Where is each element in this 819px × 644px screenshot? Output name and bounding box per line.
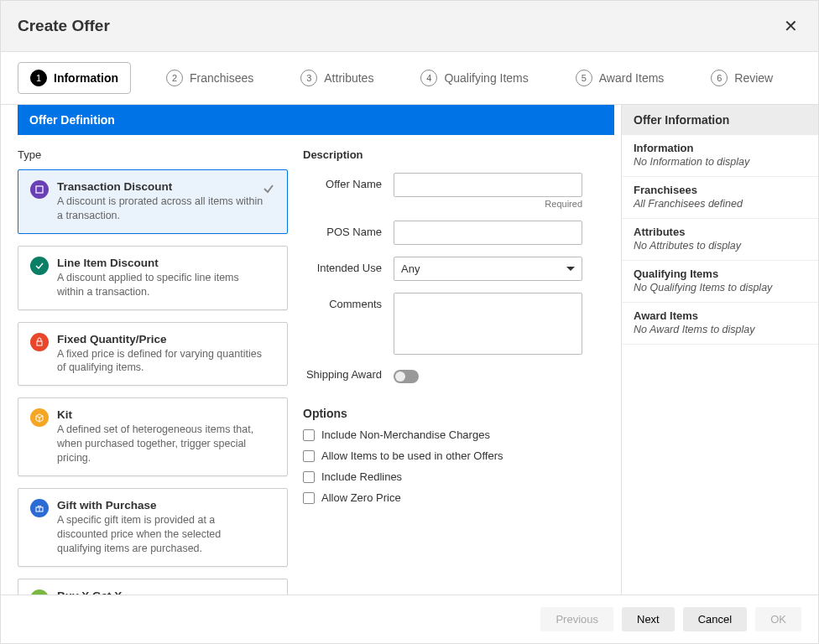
cancel-button[interactable]: Cancel bbox=[683, 607, 747, 631]
type-card-title: Fixed Quantity/Price bbox=[57, 333, 267, 345]
type-card-desc: A specific gift item is provided at a di… bbox=[57, 513, 267, 556]
type-card-desc: A fixed price is defined for varying qua… bbox=[57, 347, 267, 376]
pos-name-input[interactable] bbox=[394, 221, 582, 245]
next-button[interactable]: Next bbox=[622, 607, 675, 631]
option-allow-zero-price[interactable]: Allow Zero Price bbox=[303, 491, 604, 504]
type-card-transaction-discount[interactable]: Transaction Discount A discount is prora… bbox=[18, 169, 288, 234]
type-column: Type Transaction Discount A discount is … bbox=[1, 143, 295, 595]
step-qualifying-items[interactable]: 4 Qualifying Items bbox=[409, 63, 540, 93]
comments-row: Comments bbox=[303, 293, 604, 355]
modal-footer: Previous Next Cancel OK bbox=[1, 595, 818, 643]
step-attributes[interactable]: 3 Attributes bbox=[289, 63, 385, 93]
checkbox-icon bbox=[303, 450, 315, 462]
option-label: Include Non-Merchandise Charges bbox=[321, 428, 490, 441]
chevron-down-icon bbox=[566, 267, 575, 271]
type-card-buy-x-get-x[interactable]: Buy X Get X The purchase of defined item… bbox=[18, 579, 288, 595]
option-include-redlines[interactable]: Include Redlines bbox=[303, 470, 604, 483]
previous-button[interactable]: Previous bbox=[540, 607, 613, 631]
sidebar-section-information: Information No Information to display bbox=[622, 135, 818, 177]
type-card-title: Line Item Discount bbox=[57, 257, 267, 269]
option-label: Include Redlines bbox=[321, 470, 402, 483]
sidebar-section-franchisees: Franchisees All Franchisees defined bbox=[622, 177, 818, 219]
description-column: Description Offer Name Required POS Name bbox=[295, 143, 621, 595]
sidebar-section-value: No Attributes to display bbox=[634, 240, 806, 252]
check-icon bbox=[30, 257, 49, 275]
description-heading: Description bbox=[303, 148, 604, 161]
close-button[interactable]: ✕ bbox=[780, 13, 801, 39]
sidebar-section-title: Franchisees bbox=[634, 184, 806, 196]
step-label: Information bbox=[54, 71, 118, 85]
sidebar-section-qualifying-items: Qualifying Items No Qualifying Items to … bbox=[622, 261, 818, 303]
checkbox-icon bbox=[303, 429, 315, 441]
gift-icon bbox=[30, 499, 49, 517]
sidebar-section-award-items: Award Items No Award Items to display bbox=[622, 303, 818, 345]
type-heading: Type bbox=[18, 148, 288, 161]
wizard-steps: 1 Information 2 Franchisees 3 Attributes… bbox=[1, 52, 818, 105]
type-card-desc: A discount is prorated across all items … bbox=[57, 195, 267, 223]
option-allow-items-other-offers[interactable]: Allow Items to be used in other Offers bbox=[303, 449, 604, 462]
comments-input[interactable] bbox=[394, 293, 582, 355]
type-card-title: Gift with Purchase bbox=[57, 499, 267, 512]
content-scroll[interactable]: Offer Definition Type Transaction Discou… bbox=[1, 105, 621, 595]
intended-use-select[interactable]: Any bbox=[394, 257, 582, 281]
intended-use-value: Any bbox=[401, 262, 420, 275]
sidebar-section-title: Award Items bbox=[634, 309, 806, 322]
step-number: 1 bbox=[30, 70, 47, 86]
step-number: 2 bbox=[166, 70, 183, 86]
pos-name-row: POS Name bbox=[303, 221, 604, 245]
checkbox-icon bbox=[303, 492, 315, 504]
step-label: Attributes bbox=[324, 71, 373, 85]
required-text: Required bbox=[394, 199, 582, 209]
type-card-line-item-discount[interactable]: Line Item Discount A discount applied to… bbox=[18, 246, 288, 310]
type-card-fixed-quantity-price[interactable]: Fixed Quantity/Price A fixed price is de… bbox=[18, 322, 288, 387]
pos-name-label: POS Name bbox=[303, 221, 382, 238]
modal-body: Offer Definition Type Transaction Discou… bbox=[1, 105, 818, 595]
step-franchisees[interactable]: 2 Franchisees bbox=[154, 63, 265, 93]
shipping-award-toggle[interactable] bbox=[394, 370, 419, 383]
step-label: Qualifying Items bbox=[444, 71, 528, 85]
sidebar-section-attributes: Attributes No Attributes to display bbox=[622, 219, 818, 261]
type-card-kit[interactable]: Kit A defined set of heterogeneous items… bbox=[18, 397, 288, 476]
type-card-title: Transaction Discount bbox=[57, 180, 267, 193]
create-offer-modal: Create Offer ✕ 1 Information 2 Franchise… bbox=[0, 0, 819, 644]
type-card-list: Transaction Discount A discount is prora… bbox=[18, 169, 288, 595]
options-heading: Options bbox=[303, 407, 604, 420]
shipping-award-label: Shipping Award bbox=[303, 366, 382, 381]
step-information[interactable]: 1 Information bbox=[18, 62, 131, 94]
type-card-title: Kit bbox=[57, 408, 267, 421]
close-icon: ✕ bbox=[784, 17, 798, 35]
sidebar-section-title: Qualifying Items bbox=[634, 267, 806, 280]
step-label: Franchisees bbox=[190, 71, 253, 85]
modal-title: Create Offer bbox=[18, 17, 110, 35]
step-number: 4 bbox=[420, 70, 437, 86]
checkbox-icon bbox=[303, 471, 315, 483]
lock-icon bbox=[30, 333, 49, 351]
option-label: Allow Zero Price bbox=[321, 491, 401, 504]
step-label: Review bbox=[734, 71, 773, 85]
step-award-items[interactable]: 5 Award Items bbox=[564, 63, 676, 93]
sidebar-section-value: No Qualifying Items to display bbox=[634, 282, 806, 293]
modal-header: Create Offer ✕ bbox=[1, 1, 818, 52]
option-include-non-merchandise-charges[interactable]: Include Non-Merchandise Charges bbox=[303, 428, 604, 441]
step-number: 5 bbox=[576, 70, 592, 86]
ok-button[interactable]: OK bbox=[755, 607, 801, 631]
offer-definition-banner: Offer Definition bbox=[18, 105, 614, 135]
shipping-award-row: Shipping Award bbox=[303, 366, 604, 383]
sidebar-section-value: All Franchisees defined bbox=[634, 198, 806, 210]
type-card-desc: A defined set of heterogeneous items tha… bbox=[57, 423, 267, 465]
type-card-gift-with-purchase[interactable]: Gift with Purchase A specific gift item … bbox=[18, 488, 288, 567]
sidebar-section-title: Information bbox=[634, 142, 806, 154]
step-review[interactable]: 6 Review bbox=[699, 63, 785, 93]
offer-name-row: Offer Name Required bbox=[303, 173, 604, 209]
offer-name-label: Offer Name bbox=[303, 173, 382, 190]
intended-use-label: Intended Use bbox=[303, 257, 382, 274]
sidebar-section-value: No Information to display bbox=[634, 156, 806, 168]
intended-use-row: Intended Use Any bbox=[303, 257, 604, 281]
offer-information-sidebar: Offer Information Information No Informa… bbox=[621, 105, 818, 595]
check-icon bbox=[262, 182, 275, 198]
svg-rect-1 bbox=[37, 341, 42, 345]
offer-name-input[interactable] bbox=[394, 173, 582, 197]
sidebar-section-value: No Award Items to display bbox=[634, 324, 806, 335]
type-card-desc: A discount applied to specific line item… bbox=[57, 271, 267, 299]
box-icon bbox=[30, 408, 49, 427]
